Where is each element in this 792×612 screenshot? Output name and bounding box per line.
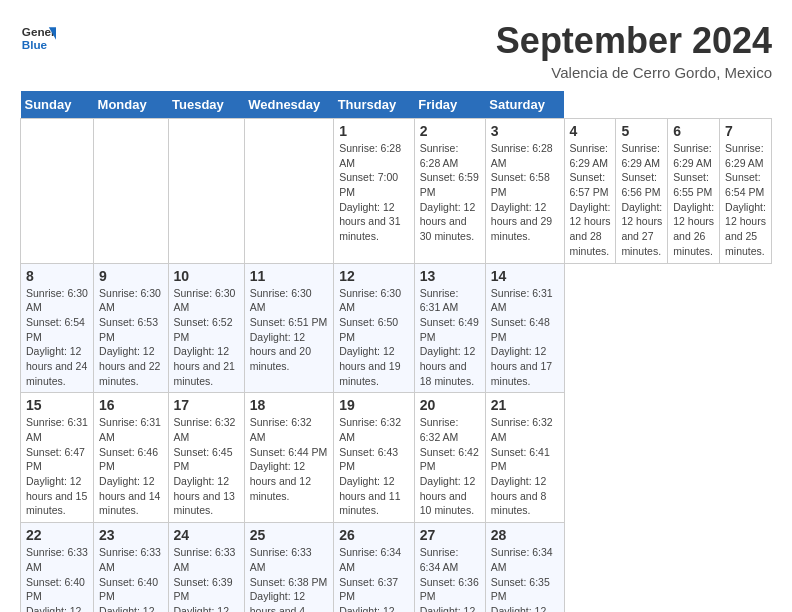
calendar-cell: 8Sunrise: 6:30 AMSunset: 6:54 PMDaylight…	[21, 263, 94, 393]
day-number: 21	[491, 397, 559, 413]
column-header-saturday: Saturday	[485, 91, 564, 119]
svg-text:Blue: Blue	[22, 38, 48, 51]
day-info: Sunrise: 6:30 AMSunset: 6:51 PMDaylight:…	[250, 286, 328, 374]
calendar-cell: 24Sunrise: 6:33 AMSunset: 6:39 PMDayligh…	[168, 523, 244, 612]
month-title: September 2024	[496, 20, 772, 62]
day-info: Sunrise: 6:29 AMSunset: 6:54 PMDaylight:…	[725, 141, 766, 259]
week-row-4: 22Sunrise: 6:33 AMSunset: 6:40 PMDayligh…	[21, 523, 772, 612]
column-header-monday: Monday	[94, 91, 168, 119]
day-number: 14	[491, 268, 559, 284]
week-row-3: 15Sunrise: 6:31 AMSunset: 6:47 PMDayligh…	[21, 393, 772, 523]
day-number: 8	[26, 268, 88, 284]
calendar-cell: 17Sunrise: 6:32 AMSunset: 6:45 PMDayligh…	[168, 393, 244, 523]
day-number: 13	[420, 268, 480, 284]
calendar-cell: 9Sunrise: 6:30 AMSunset: 6:53 PMDaylight…	[94, 263, 168, 393]
calendar-cell	[21, 119, 94, 264]
page-header: General Blue September 2024 Valencia de …	[20, 20, 772, 81]
location: Valencia de Cerro Gordo, Mexico	[496, 64, 772, 81]
calendar-cell: 18Sunrise: 6:32 AMSunset: 6:44 PMDayligh…	[244, 393, 333, 523]
day-info: Sunrise: 6:30 AMSunset: 6:54 PMDaylight:…	[26, 286, 88, 389]
calendar-cell: 16Sunrise: 6:31 AMSunset: 6:46 PMDayligh…	[94, 393, 168, 523]
day-number: 4	[570, 123, 611, 139]
calendar-cell	[244, 119, 333, 264]
calendar-cell: 6Sunrise: 6:29 AMSunset: 6:55 PMDaylight…	[668, 119, 720, 264]
calendar-cell: 23Sunrise: 6:33 AMSunset: 6:40 PMDayligh…	[94, 523, 168, 612]
day-info: Sunrise: 6:33 AMSunset: 6:40 PMDaylight:…	[99, 545, 162, 612]
day-number: 16	[99, 397, 162, 413]
calendar-cell: 25Sunrise: 6:33 AMSunset: 6:38 PMDayligh…	[244, 523, 333, 612]
day-number: 9	[99, 268, 162, 284]
day-number: 10	[174, 268, 239, 284]
calendar-cell: 20Sunrise: 6:32 AMSunset: 6:42 PMDayligh…	[414, 393, 485, 523]
day-info: Sunrise: 6:28 AMSunset: 6:58 PMDaylight:…	[491, 141, 559, 244]
day-number: 17	[174, 397, 239, 413]
day-info: Sunrise: 6:34 AMSunset: 6:36 PMDaylight:…	[420, 545, 480, 612]
calendar-cell	[168, 119, 244, 264]
day-info: Sunrise: 6:33 AMSunset: 6:38 PMDaylight:…	[250, 545, 328, 612]
day-number: 18	[250, 397, 328, 413]
calendar-cell: 5Sunrise: 6:29 AMSunset: 6:56 PMDaylight…	[616, 119, 668, 264]
calendar-cell: 7Sunrise: 6:29 AMSunset: 6:54 PMDaylight…	[720, 119, 772, 264]
day-info: Sunrise: 6:32 AMSunset: 6:41 PMDaylight:…	[491, 415, 559, 518]
calendar-cell: 3Sunrise: 6:28 AMSunset: 6:58 PMDaylight…	[485, 119, 564, 264]
day-number: 12	[339, 268, 409, 284]
day-number: 1	[339, 123, 409, 139]
week-row-2: 8Sunrise: 6:30 AMSunset: 6:54 PMDaylight…	[21, 263, 772, 393]
day-number: 2	[420, 123, 480, 139]
day-info: Sunrise: 6:34 AMSunset: 6:35 PMDaylight:…	[491, 545, 559, 612]
day-number: 11	[250, 268, 328, 284]
calendar-cell: 10Sunrise: 6:30 AMSunset: 6:52 PMDayligh…	[168, 263, 244, 393]
calendar-cell: 15Sunrise: 6:31 AMSunset: 6:47 PMDayligh…	[21, 393, 94, 523]
day-info: Sunrise: 6:30 AMSunset: 6:52 PMDaylight:…	[174, 286, 239, 389]
calendar-cell: 2Sunrise: 6:28 AMSunset: 6:59 PMDaylight…	[414, 119, 485, 264]
calendar-cell: 13Sunrise: 6:31 AMSunset: 6:49 PMDayligh…	[414, 263, 485, 393]
calendar-cell: 26Sunrise: 6:34 AMSunset: 6:37 PMDayligh…	[334, 523, 415, 612]
day-info: Sunrise: 6:32 AMSunset: 6:42 PMDaylight:…	[420, 415, 480, 518]
column-header-tuesday: Tuesday	[168, 91, 244, 119]
day-number: 15	[26, 397, 88, 413]
day-info: Sunrise: 6:31 AMSunset: 6:46 PMDaylight:…	[99, 415, 162, 518]
logo-icon: General Blue	[20, 20, 56, 56]
column-header-sunday: Sunday	[21, 91, 94, 119]
day-number: 25	[250, 527, 328, 543]
day-info: Sunrise: 6:31 AMSunset: 6:48 PMDaylight:…	[491, 286, 559, 389]
logo: General Blue	[20, 20, 56, 56]
day-info: Sunrise: 6:29 AMSunset: 6:55 PMDaylight:…	[673, 141, 714, 259]
svg-text:General: General	[22, 25, 56, 38]
week-row-1: 1Sunrise: 6:28 AMSunset: 7:00 PMDaylight…	[21, 119, 772, 264]
day-info: Sunrise: 6:29 AMSunset: 6:57 PMDaylight:…	[570, 141, 611, 259]
calendar-cell: 11Sunrise: 6:30 AMSunset: 6:51 PMDayligh…	[244, 263, 333, 393]
day-number: 24	[174, 527, 239, 543]
day-info: Sunrise: 6:34 AMSunset: 6:37 PMDaylight:…	[339, 545, 409, 612]
calendar-cell: 21Sunrise: 6:32 AMSunset: 6:41 PMDayligh…	[485, 393, 564, 523]
title-section: September 2024 Valencia de Cerro Gordo, …	[496, 20, 772, 81]
calendar-cell: 14Sunrise: 6:31 AMSunset: 6:48 PMDayligh…	[485, 263, 564, 393]
day-info: Sunrise: 6:32 AMSunset: 6:44 PMDaylight:…	[250, 415, 328, 503]
column-header-wednesday: Wednesday	[244, 91, 333, 119]
day-info: Sunrise: 6:28 AMSunset: 7:00 PMDaylight:…	[339, 141, 409, 244]
day-number: 19	[339, 397, 409, 413]
day-number: 22	[26, 527, 88, 543]
day-number: 6	[673, 123, 714, 139]
column-header-friday: Friday	[414, 91, 485, 119]
day-number: 28	[491, 527, 559, 543]
column-header-thursday: Thursday	[334, 91, 415, 119]
day-info: Sunrise: 6:32 AMSunset: 6:45 PMDaylight:…	[174, 415, 239, 518]
day-number: 27	[420, 527, 480, 543]
day-number: 20	[420, 397, 480, 413]
calendar-cell: 12Sunrise: 6:30 AMSunset: 6:50 PMDayligh…	[334, 263, 415, 393]
day-info: Sunrise: 6:30 AMSunset: 6:53 PMDaylight:…	[99, 286, 162, 389]
day-info: Sunrise: 6:33 AMSunset: 6:40 PMDaylight:…	[26, 545, 88, 612]
day-info: Sunrise: 6:28 AMSunset: 6:59 PMDaylight:…	[420, 141, 480, 244]
day-number: 5	[621, 123, 662, 139]
day-info: Sunrise: 6:31 AMSunset: 6:47 PMDaylight:…	[26, 415, 88, 518]
day-info: Sunrise: 6:29 AMSunset: 6:56 PMDaylight:…	[621, 141, 662, 259]
header-row: SundayMondayTuesdayWednesdayThursdayFrid…	[21, 91, 772, 119]
calendar-cell: 19Sunrise: 6:32 AMSunset: 6:43 PMDayligh…	[334, 393, 415, 523]
calendar-cell: 27Sunrise: 6:34 AMSunset: 6:36 PMDayligh…	[414, 523, 485, 612]
day-number: 23	[99, 527, 162, 543]
day-info: Sunrise: 6:32 AMSunset: 6:43 PMDaylight:…	[339, 415, 409, 518]
calendar-cell	[94, 119, 168, 264]
day-info: Sunrise: 6:31 AMSunset: 6:49 PMDaylight:…	[420, 286, 480, 389]
calendar-cell: 1Sunrise: 6:28 AMSunset: 7:00 PMDaylight…	[334, 119, 415, 264]
